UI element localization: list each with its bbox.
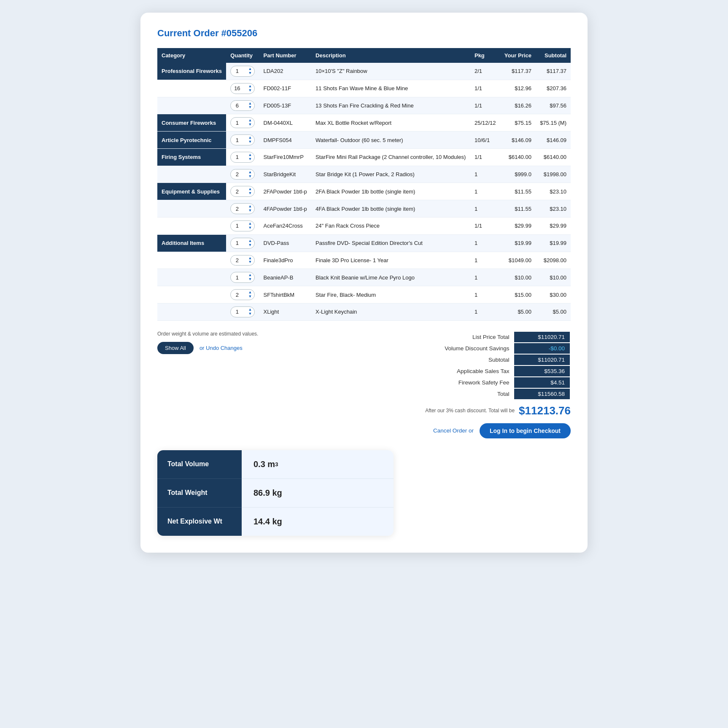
description-cell: X-Light Keychain — [311, 303, 470, 320]
qty-down-arrow[interactable]: ▼ — [248, 157, 252, 161]
qty-input[interactable]: 2 ▲ ▼ — [230, 289, 255, 300]
qty-input[interactable]: 1 ▲ ▼ — [230, 134, 255, 145]
qty-input[interactable]: 1 ▲ ▼ — [230, 220, 255, 231]
part-number-cell: AceFan24Cross — [259, 218, 312, 235]
col-category: Category — [157, 48, 226, 63]
undo-link[interactable]: or Undo Changes — [200, 345, 243, 351]
qty-down-arrow[interactable]: ▼ — [248, 89, 252, 93]
part-number-cell: StarBridgeKit — [259, 166, 312, 183]
show-all-button[interactable]: Show All — [157, 342, 194, 354]
qty-input[interactable]: 1 ▲ ▼ — [230, 66, 255, 77]
description-cell: Waterfall- Outdoor (60 sec. 5 meter) — [311, 132, 470, 149]
qty-number: 1 — [233, 274, 241, 281]
footer-note: Order weight & volume are estimated valu… — [157, 331, 301, 337]
qty-down-arrow[interactable]: ▼ — [248, 191, 252, 196]
qty-down-arrow[interactable]: ▼ — [248, 277, 252, 282]
qty-down-arrow[interactable]: ▼ — [248, 140, 252, 144]
qty-arrows[interactable]: ▲ ▼ — [248, 273, 252, 282]
safety-fee-value: $4.51 — [514, 377, 570, 388]
qty-down-arrow[interactable]: ▼ — [248, 226, 252, 230]
qty-number: 6 — [233, 102, 241, 109]
qty-input[interactable]: 2 ▲ ▼ — [230, 255, 255, 266]
weight-label: Total Weight — [157, 479, 242, 508]
qty-down-arrow[interactable]: ▼ — [248, 209, 252, 213]
description-cell: 11 Shots Fan Wave Mine & Blue Mine — [311, 80, 470, 97]
qty-arrows[interactable]: ▲ ▼ — [248, 204, 252, 213]
qty-arrows[interactable]: ▲ ▼ — [248, 67, 252, 75]
volume-value: 0.3 m3 — [242, 450, 394, 479]
table-row: 2 ▲ ▼ StarBridgeKitStar Bridge Kit (1 Po… — [157, 166, 571, 183]
qty-arrows[interactable]: ▲ ▼ — [248, 239, 252, 247]
action-row: Cancel Order or Log In to begin Checkout — [419, 423, 571, 438]
order-table: Category Quantity Part Number Descriptio… — [157, 48, 571, 321]
qty-down-arrow[interactable]: ▼ — [248, 260, 252, 264]
checkout-button[interactable]: Log In to begin Checkout — [480, 423, 571, 438]
footer-left: Order weight & volume are estimated valu… — [157, 331, 301, 354]
pkg-cell: 1 — [470, 269, 500, 286]
volume-discount-label: Volume Discount Savings — [420, 343, 513, 354]
qty-arrows[interactable]: ▲ ▼ — [248, 256, 252, 265]
qty-down-arrow[interactable]: ▼ — [248, 71, 252, 75]
summary-section: List Price Total $11020.71 Volume Discou… — [419, 331, 571, 438]
tax-value: $535.36 — [514, 366, 570, 376]
description-cell: 13 Shots Fan Fire Crackling & Red Mine — [311, 97, 470, 114]
qty-arrows[interactable]: ▲ ▼ — [248, 136, 252, 144]
qty-arrows[interactable]: ▲ ▼ — [248, 118, 252, 127]
discount-row: Volume Discount Savings -$0.00 — [420, 343, 570, 354]
qty-input[interactable]: 2 ▲ ▼ — [230, 186, 255, 197]
qty-input[interactable]: 2 ▲ ▼ — [230, 203, 255, 214]
info-card: Total Volume Total Weight Net Explosive … — [157, 450, 394, 536]
qty-down-arrow[interactable]: ▼ — [248, 175, 252, 179]
qty-arrows[interactable]: ▲ ▼ — [248, 84, 252, 93]
qty-down-arrow[interactable]: ▼ — [248, 123, 252, 127]
cancel-order-link[interactable]: Cancel Order or — [433, 427, 474, 434]
table-row: Professional Fireworks 1 ▲ ▼ LDA20210×10… — [157, 63, 571, 80]
subtotal-cell: $2098.00 — [536, 252, 571, 269]
qty-down-arrow[interactable]: ▼ — [248, 295, 252, 299]
part-number-cell: 2FAPowder 1btl-p — [259, 183, 312, 200]
qty-input[interactable]: 6 ▲ ▼ — [230, 100, 255, 111]
qty-arrows[interactable]: ▲ ▼ — [248, 153, 252, 161]
category-cell: Article Pyrotechnic — [157, 132, 226, 149]
price-cell: $11.55 — [500, 200, 536, 218]
qty-cell: 16 ▲ ▼ — [226, 80, 259, 97]
description-cell: Max XL Bottle Rocket w/Report — [311, 114, 470, 132]
description-cell: Black Knit Beanie w/Lime Ace Pyro Logo — [311, 269, 470, 286]
category-cell — [157, 218, 226, 235]
qty-input[interactable]: 2 ▲ ▼ — [230, 169, 255, 180]
subtotal-cell: $29.99 — [536, 218, 571, 235]
bottom-info: Total Volume Total Weight Net Explosive … — [157, 450, 427, 536]
qty-cell: 2 ▲ ▼ — [226, 166, 259, 183]
qty-input[interactable]: 1 ▲ ▼ — [230, 238, 255, 249]
qty-arrows[interactable]: ▲ ▼ — [248, 222, 252, 230]
qty-input[interactable]: 1 ▲ ▼ — [230, 272, 255, 283]
table-row: 1 ▲ ▼ AceFan24Cross24" Fan Rack Cross Pi… — [157, 218, 571, 235]
qty-down-arrow[interactable]: ▼ — [248, 243, 252, 247]
pkg-cell: 2/1 — [470, 63, 500, 80]
pkg-cell: 1/1 — [470, 218, 500, 235]
subtotal-cell: $6140.00 — [536, 148, 571, 166]
qty-input[interactable]: 1 ▲ ▼ — [230, 117, 255, 128]
qty-arrows[interactable]: ▲ ▼ — [248, 187, 252, 196]
qty-cell: 1 ▲ ▼ — [226, 218, 259, 235]
qty-arrows[interactable]: ▲ ▼ — [248, 308, 252, 316]
table-row: 2 ▲ ▼ Finale3dProFinale 3D Pro License- … — [157, 252, 571, 269]
price-cell: $6140.00 — [500, 148, 536, 166]
category-cell — [157, 166, 226, 183]
qty-arrows[interactable]: ▲ ▼ — [248, 170, 252, 179]
qty-input[interactable]: 1 ▲ ▼ — [230, 306, 255, 317]
total-label: Total — [420, 389, 513, 399]
part-number-cell: DM-0440XL — [259, 114, 312, 132]
qty-number: 2 — [233, 257, 241, 263]
subtotal-cell: $146.09 — [536, 132, 571, 149]
qty-input[interactable]: 16 ▲ ▼ — [230, 83, 255, 94]
qty-arrows[interactable]: ▲ ▼ — [248, 102, 252, 110]
pkg-cell: 1 — [470, 234, 500, 252]
subtotal-cell: $117.37 — [536, 63, 571, 80]
part-number-cell: DMPFS054 — [259, 132, 312, 149]
qty-number: 1 — [233, 240, 241, 246]
qty-down-arrow[interactable]: ▼ — [248, 312, 252, 316]
qty-down-arrow[interactable]: ▼ — [248, 105, 252, 110]
qty-arrows[interactable]: ▲ ▼ — [248, 290, 252, 299]
qty-input[interactable]: 1 ▲ ▼ — [230, 152, 255, 163]
